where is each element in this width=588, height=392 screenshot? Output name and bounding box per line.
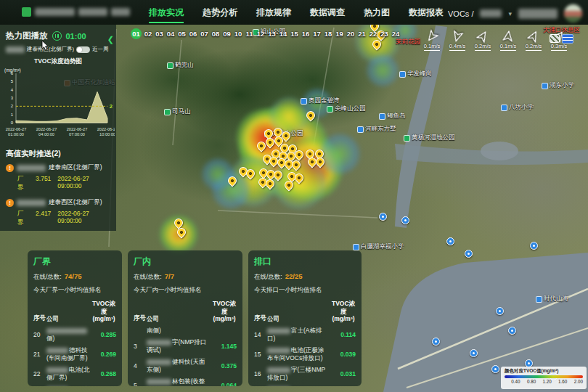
timeline-hour[interactable]: 05 [177, 30, 187, 38]
timeline-hour[interactable]: 21 [357, 30, 367, 38]
timeline-hour[interactable]: 12 [256, 30, 266, 38]
timeline-hour[interactable]: 01 [131, 28, 142, 39]
push-item[interactable]: ! 建泰南区(北侧厂界) 厂界 3.751 2022-06-27 09:00:0… [6, 163, 112, 192]
map-poi-dot[interactable] [496, 307, 504, 315]
push-datetime: 2022-06-27 09:00:00 [57, 210, 112, 227]
timeline-hour[interactable]: 02 [144, 30, 153, 38]
map-poi-dot[interactable] [491, 365, 499, 373]
tvoc-trend-chart: (mg/m³) 0123456 2 2022-06-27 01:00:00202… [0, 68, 116, 146]
wind-indicator: 0.2m/s [473, 30, 492, 51]
table-row[interactable]: 21 德科技(车间南侧厂界) 0.269 [33, 346, 116, 362]
svg-text:04:00:00: 04:00:00 [38, 132, 54, 136]
map-poi-dot[interactable] [508, 327, 516, 335]
area-series [16, 92, 107, 123]
nav-tab[interactable]: 数据调查 [310, 7, 345, 23]
timeline-hour[interactable]: 19 [335, 30, 344, 38]
logo-text-redacted [78, 8, 107, 16]
timeline-hour[interactable]: 06 [189, 30, 198, 38]
panel-title: 排口 [254, 256, 356, 268]
legend-title: 颜色对应TVOC值(mg/m³) [505, 368, 583, 375]
table-row[interactable]: 南侧) [134, 327, 237, 335]
nav-tab[interactable]: 热力图 [364, 7, 390, 23]
timeline-hour[interactable]: 14 [279, 30, 288, 38]
satellite-layer-button[interactable] [550, 34, 560, 43]
svg-text:3: 3 [11, 96, 14, 100]
nav-tab[interactable]: 数据报表 [409, 7, 444, 23]
table-header: 序号公司 TVOC浓度(mg/m³) [33, 300, 116, 323]
row-company: 健科技(天面东侧) [147, 358, 212, 374]
timeline-hour[interactable]: 09 [222, 30, 232, 38]
push-value: 3.751 [36, 175, 51, 192]
timeline-hour[interactable]: 13 [267, 30, 277, 38]
company-redacted [17, 200, 46, 206]
timeline-hour[interactable]: 17 [312, 30, 322, 38]
row-company: 宇(三楼NMP排放口) [267, 366, 331, 382]
timeline-hour[interactable]: 16 [301, 30, 311, 38]
row-value: 0.064 [212, 382, 237, 386]
push-site: 建泰西区(北侧厂界) [49, 198, 102, 207]
table-row[interactable]: 23 北区(东侧厂界) 0.267 [33, 385, 116, 386]
timeline-hour[interactable]: 11 [245, 30, 254, 38]
top-bar: 排放实况趋势分析排放规律数据调查热力图数据报表 VOCs / ▾ [0, 0, 588, 25]
timeline-hour[interactable]: 07 [200, 30, 209, 38]
park-icon [327, 106, 333, 113]
dashboard: 中国石化加油站祖山公园鹤兜山司马山奥园金碧湾尖峰山公园大镜山公园华发峰尚鲫鱼岛河… [0, 0, 588, 392]
table-row[interactable]: 14 富士(A栋排口) 0.114 [254, 327, 356, 343]
timeline-hour[interactable]: 20 [346, 30, 356, 38]
nav-tab[interactable]: 排放规律 [256, 7, 291, 23]
site-selector-row: 建泰南区(北侧厂界) 近一周 [0, 43, 116, 53]
timeline-hour[interactable]: 15 [290, 30, 299, 38]
site-name[interactable]: 建泰南区(北侧厂界) [27, 46, 74, 53]
chart-title: TVOC浓度趋势图 [0, 57, 116, 66]
timeline-hour[interactable]: 23 [380, 30, 389, 38]
logo-text-redacted [111, 8, 130, 16]
map-poi-dot[interactable] [379, 213, 387, 221]
panel-subtitle: 今天厂界一小时均值排名 [33, 286, 116, 295]
map-label: 八坊小学 [501, 103, 534, 112]
timeline-hour[interactable]: 18 [324, 30, 333, 38]
week-toggle[interactable] [76, 46, 90, 53]
nav-tab[interactable]: 趋势分析 [203, 7, 237, 23]
table-row[interactable]: 22 电池(北侧厂界) 0.268 [33, 366, 116, 382]
map-poi-dot[interactable] [465, 250, 473, 258]
push-category: 厂界 [17, 210, 29, 227]
row-index: 21 [33, 351, 46, 358]
row-company: 富士(A栋排口) [267, 327, 331, 343]
table-row[interactable]: 3 宇(NMP排口调试) 1.145 [134, 338, 237, 354]
legend-toggle-button[interactable] [562, 34, 573, 44]
vocs-selected-redacted[interactable] [480, 9, 502, 17]
avatar[interactable] [564, 4, 582, 23]
pause-button[interactable] [52, 31, 62, 41]
timeline-hour[interactable]: 08 [211, 30, 221, 38]
table-header: 序号公司 TVOC浓度(mg/m³) [254, 300, 356, 323]
map-label: 时代山海 [536, 295, 568, 303]
timeline-hour[interactable]: 04 [166, 30, 176, 38]
map-poi-dot[interactable] [470, 349, 478, 357]
map-poi-dot[interactable] [401, 216, 409, 224]
table-row[interactable]: 4 健科技(天面东侧) 0.375 [134, 358, 237, 374]
playback-title: 热力图播放 [6, 30, 48, 41]
week-toggle-label: 近一周 [92, 46, 109, 53]
timeline-hour[interactable]: 22 [369, 30, 378, 38]
timeline-hour[interactable]: 10 [234, 30, 243, 38]
timeline-hour[interactable]: 03 [155, 30, 164, 38]
online-count: 在线/总数:74/75 [33, 272, 116, 282]
timeline-hour[interactable]: 24 [391, 30, 401, 38]
table-row[interactable]: 17 德科技(FHVP1007) 0.015 [254, 385, 356, 386]
map-poi-dot[interactable] [530, 242, 538, 250]
nav-tab[interactable]: 排放实况 [149, 7, 184, 23]
row-company: 宇(NMP排口调试) [147, 338, 212, 354]
table-row[interactable]: 20 侧) 0.285 [33, 327, 116, 343]
table-row[interactable]: 16 宇(三楼NMP排放口) 0.031 [254, 366, 356, 382]
map-poi-dot[interactable] [446, 237, 454, 245]
panel-subtitle: 今天厂内一小时均值排名 [134, 286, 237, 295]
chevron-down-icon[interactable]: ▾ [508, 10, 512, 17]
push-item[interactable]: ! 建泰西区(北侧厂界) 厂界 2.417 2022-06-27 09:00:0… [6, 198, 112, 227]
row-index: 4 [134, 362, 147, 369]
map-poi-dot[interactable] [432, 338, 440, 346]
table-row[interactable]: 5 林包装(收整车间门口) 0.064 [134, 377, 237, 386]
collapse-panel-icon[interactable]: ❮ [107, 35, 114, 44]
poi-icon [399, 71, 406, 78]
table-row[interactable]: 15 电池(正极涂布车间VOCs排放口) 0.039 [254, 346, 356, 362]
row-value: 0.269 [91, 351, 116, 358]
